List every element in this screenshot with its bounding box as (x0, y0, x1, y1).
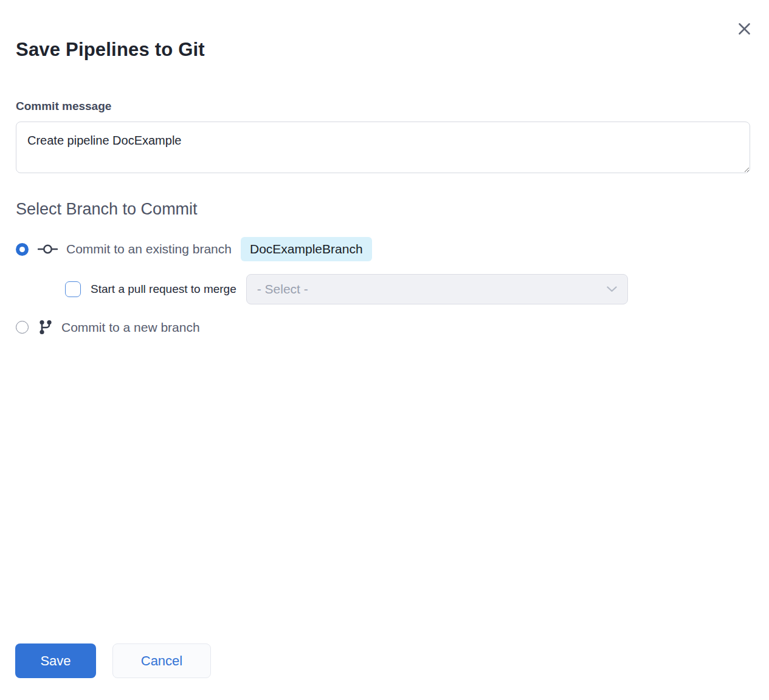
option-commit-existing-branch[interactable]: Commit to an existing branch DocExampleB… (16, 237, 750, 261)
pull-request-row: Start a pull request to merge - Select - (65, 274, 750, 304)
close-icon[interactable] (736, 21, 752, 36)
git-commit-icon (38, 242, 58, 256)
select-placeholder: - Select - (257, 282, 308, 297)
radio-new-branch[interactable] (16, 321, 29, 334)
commit-message-label: Commit message (16, 100, 750, 113)
option-commit-new-branch[interactable]: Commit to a new branch (16, 319, 750, 335)
git-branch-icon (38, 319, 53, 335)
branch-section-heading: Select Branch to Commit (16, 200, 750, 219)
radio-dot (19, 324, 25, 330)
radio-dot (19, 247, 25, 252)
merge-target-select[interactable]: - Select - (246, 274, 628, 304)
close-x-glyph (738, 22, 751, 35)
pull-request-label: Start a pull request to merge (91, 283, 236, 296)
save-button[interactable]: Save (15, 643, 96, 678)
new-branch-label: Commit to a new branch (61, 320, 200, 335)
branch-badge: DocExampleBranch (241, 237, 372, 261)
page-title: Save Pipelines to Git (16, 39, 750, 61)
pull-request-checkbox[interactable] (65, 281, 81, 297)
commit-message-input[interactable]: Create pipeline DocExample (16, 122, 750, 173)
dialog-footer: Save Cancel (15, 643, 211, 678)
existing-branch-label: Commit to an existing branch (66, 242, 232, 256)
cancel-button[interactable]: Cancel (112, 643, 211, 678)
radio-existing-branch[interactable] (16, 243, 29, 256)
chevron-down-icon (607, 286, 617, 292)
save-pipelines-dialog: Save Pipelines to Git Commit message Cre… (0, 0, 769, 700)
